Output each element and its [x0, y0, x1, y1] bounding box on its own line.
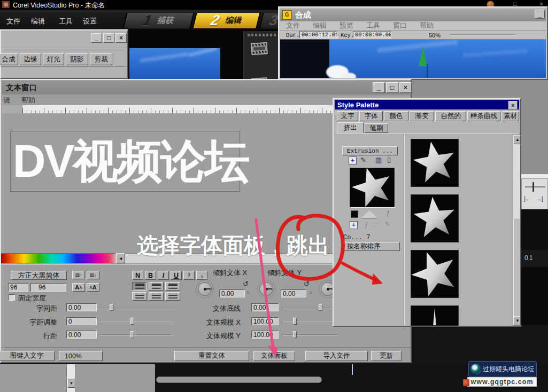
tab-crop[interactable]: 剪裁: [90, 53, 112, 65]
trim-slider-thumb[interactable]: [532, 182, 534, 192]
spectrum-scroll-left-icon[interactable]: ◄: [116, 253, 125, 263]
skew-y-reset-icon[interactable]: ↺: [304, 280, 310, 288]
palette-tab-color[interactable]: 颜色: [384, 111, 408, 121]
add-color-icon[interactable]: +: [350, 221, 358, 229]
align-left-button[interactable]: [132, 282, 147, 291]
dur-field[interactable]: 00:00:12.01: [299, 31, 338, 38]
skew-y-option-icon[interactable]: ○: [310, 290, 312, 295]
justify-left-button[interactable]: [132, 292, 147, 301]
jump-start-icon[interactable]: ]←: [524, 196, 531, 202]
color-swatch[interactable]: [351, 210, 358, 218]
key-field[interactable]: 00:00:00.00: [353, 31, 391, 38]
baseline-slider-track[interactable]: [283, 307, 338, 308]
style-normal-button[interactable]: N: [132, 271, 143, 280]
palette-tab-gradient[interactable]: 渐变: [410, 111, 434, 121]
skew-x-input[interactable]: 0.00: [219, 289, 245, 297]
jump-end-icon[interactable]: →[: [536, 196, 543, 202]
skew-x-option-icon[interactable]: ○: [246, 290, 249, 295]
video-clip-icon[interactable]: [251, 42, 267, 55]
attr-maximize-icon[interactable]: □: [103, 33, 114, 43]
palette-close-icon[interactable]: ×: [508, 101, 518, 109]
extrusion-button[interactable]: Extrusion ...: [342, 146, 398, 155]
leading-slider-track[interactable]: [100, 334, 173, 335]
update-button[interactable]: 更新: [371, 351, 402, 361]
new-style-icon[interactable]: +: [349, 156, 357, 164]
playhead-marker[interactable]: [352, 364, 353, 375]
timeline-hscroll-thumb[interactable]: [156, 377, 322, 383]
palette-tab-spline[interactable]: 样条曲线: [467, 111, 500, 121]
tab-composite[interactable]: 合成: [0, 53, 18, 65]
align-right-button[interactable]: [165, 282, 180, 291]
font-style-icon[interactable]: ƒ: [386, 209, 390, 217]
menu-file[interactable]: 文件: [6, 17, 20, 26]
pattern-icon[interactable]: ::: [374, 221, 379, 228]
tab-border[interactable]: 边缘: [20, 53, 41, 65]
palette-subtab-extrude[interactable]: 挤出: [337, 122, 364, 134]
compose-menu-help[interactable]: 帮助: [420, 21, 434, 30]
menu-edit[interactable]: 编辑: [31, 17, 45, 26]
spacing-slider-thumb[interactable]: [110, 304, 113, 311]
tab-light[interactable]: 灯光: [43, 53, 64, 65]
font-size-decrease-icon[interactable]: AA: [87, 283, 99, 292]
text-window-titlebar[interactable]: 文本窗口: [2, 81, 410, 95]
menu-tools[interactable]: 工具: [59, 17, 73, 26]
paste-style-icon[interactable]: ▦: [375, 156, 382, 164]
scroll-down-icon[interactable]: ▼: [513, 316, 521, 325]
attr-close-icon[interactable]: ×: [115, 33, 127, 43]
skew-x-reset-icon[interactable]: ↺: [243, 280, 249, 288]
baseline-slider-thumb[interactable]: [319, 304, 322, 311]
superscript-icon[interactable]: ³: [183, 271, 195, 280]
textwin-close-icon[interactable]: ×: [399, 82, 412, 93]
style-preview-box[interactable]: [350, 168, 395, 208]
style-list-item[interactable]: [411, 250, 459, 298]
menu-settings[interactable]: 设置: [83, 17, 97, 26]
attr-minimize-icon[interactable]: _: [91, 33, 102, 43]
skew-y-input[interactable]: 0.00: [281, 289, 306, 297]
kerning-slider-thumb[interactable]: [130, 318, 134, 325]
kerning-input[interactable]: 0: [66, 317, 97, 325]
leading-input[interactable]: 0.00: [66, 331, 97, 339]
style-palette-titlebar[interactable]: Style Palette ×: [335, 100, 519, 109]
palette-scrollbar[interactable]: ▲ ▼: [513, 135, 521, 326]
justify-right-button[interactable]: [165, 292, 180, 301]
style-list-item[interactable]: [411, 194, 459, 242]
scale-x-slider-track[interactable]: [283, 321, 338, 322]
color-spectrum-bar[interactable]: [1, 253, 116, 263]
skew-x-dial[interactable]: [198, 282, 212, 296]
scale-y-slider-track[interactable]: [283, 334, 338, 335]
style-list-item[interactable]: [411, 305, 459, 326]
script-icon[interactable]: ƒ: [365, 221, 368, 229]
font-name-button[interactable]: 方正大黑简体: [11, 271, 67, 280]
tab-shadow[interactable]: 阴影: [66, 53, 88, 65]
spacing-input[interactable]: 0.00: [66, 303, 97, 311]
font-size-increase-icon[interactable]: AA: [72, 283, 85, 292]
palette-subtab-brush[interactable]: 笔刷: [365, 123, 388, 133]
align-center-button[interactable]: [149, 282, 164, 291]
reset-text-button[interactable]: 重置文体: [174, 351, 249, 361]
compose-titlebar[interactable]: G 合成 _: [280, 9, 546, 21]
trim-slider-track[interactable]: [525, 186, 545, 187]
compose-menu-window[interactable]: 窗口: [393, 21, 407, 30]
justify-center-button[interactable]: [149, 292, 164, 301]
palette-tab-font[interactable]: 字体: [359, 111, 383, 121]
sort-by-name-button[interactable]: 按名称排序: [343, 242, 400, 251]
skew-y-dial[interactable]: [259, 282, 273, 296]
fixed-width-checkbox[interactable]: [9, 294, 15, 301]
type-text-button[interactable]: 图键入文字: [0, 351, 55, 361]
vscroll-down-icon[interactable]: ▼: [67, 378, 75, 388]
compose-menu-tools[interactable]: 工具: [366, 21, 380, 30]
edit-style-icon[interactable]: ✎: [360, 156, 366, 164]
menu-edit-partial[interactable]: 辑: [3, 96, 10, 105]
canvas-text[interactable]: DV视频论坛: [13, 131, 248, 192]
scrollbar-thumb[interactable]: [513, 218, 521, 318]
tab-capture[interactable]: 1 捕获: [122, 13, 194, 28]
texture-icon[interactable]: ✎: [385, 221, 390, 228]
zoom-slider[interactable]: [450, 34, 515, 35]
text-selection-box[interactable]: DV视频论坛: [10, 131, 240, 192]
tab-edit[interactable]: 2 编辑: [192, 13, 260, 28]
zoom-percent-button[interactable]: 100%: [59, 351, 103, 361]
compose-minimize-icon[interactable]: _: [535, 10, 545, 19]
text-panel-button[interactable]: 文体面板: [253, 351, 295, 361]
import-file-button[interactable]: 导入文件: [305, 351, 368, 361]
font-size-input[interactable]: 96: [8, 283, 28, 292]
